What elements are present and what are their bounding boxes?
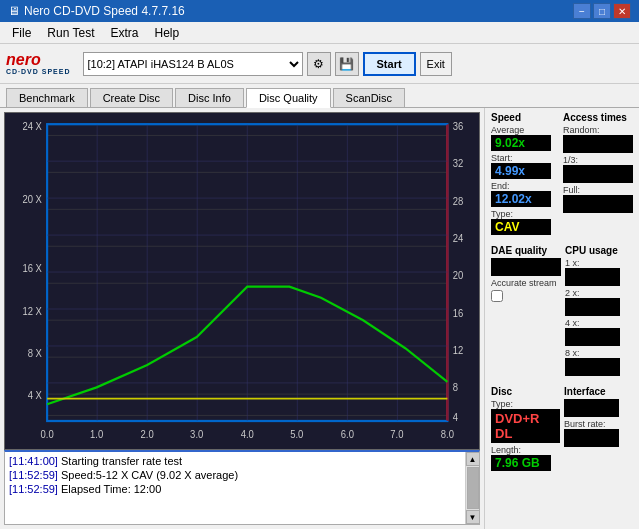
cpu-8x-label: 8 x:	[565, 348, 633, 358]
nero-brand-text: nero	[6, 52, 41, 68]
cpu-1x-box	[565, 268, 620, 286]
start-button[interactable]: Start	[363, 52, 416, 76]
title-bar: 🖥 Nero CD-DVD Speed 4.7.7.16 − □ ✕	[0, 0, 639, 22]
app-title: Nero CD-DVD Speed 4.7.7.16	[24, 4, 185, 18]
exit-button[interactable]: Exit	[420, 52, 452, 76]
cpu-4x-box	[565, 328, 620, 346]
svg-text:4: 4	[453, 412, 459, 423]
svg-text:7.0: 7.0	[390, 429, 404, 440]
disc-type-value: DVD+R DL	[491, 409, 560, 443]
menu-run-test[interactable]: Run Test	[39, 24, 102, 42]
nero-logo: nero CD·DVD SPEED	[6, 52, 71, 75]
random-value-box	[563, 135, 633, 153]
length-label: Length:	[491, 445, 560, 455]
svg-text:12: 12	[453, 345, 464, 356]
svg-text:20 X: 20 X	[22, 193, 42, 204]
cpu-1x-label: 1 x:	[565, 258, 633, 268]
svg-text:3.0: 3.0	[190, 429, 204, 440]
start-speed-label: Start:	[491, 153, 559, 163]
log-wrapper: [11:41:00] Starting transfer rate test […	[4, 450, 480, 525]
scroll-thumb[interactable]	[467, 467, 479, 509]
title-bar-left: 🖥 Nero CD-DVD Speed 4.7.7.16	[8, 4, 185, 18]
cpu-section: CPU usage 1 x: 2 x: 4 x: 8 x:	[565, 245, 633, 378]
log-entry-3: [11:52:59] Elapsed Time: 12:00	[9, 482, 461, 496]
save-icon[interactable]: 💾	[335, 52, 359, 76]
tab-bar: Benchmark Create Disc Disc Info Disc Qua…	[0, 84, 639, 108]
svg-text:32: 32	[453, 157, 464, 168]
svg-text:24: 24	[453, 233, 464, 244]
toolbar: nero CD·DVD SPEED [10:2] ATAPI iHAS124 B…	[0, 44, 639, 84]
dae-label: DAE quality	[491, 245, 561, 256]
chart-wrapper: 24 X 20 X 16 X 12 X 8 X 4 X 36 32 28 24 …	[4, 112, 480, 450]
options-icon[interactable]: ⚙	[307, 52, 331, 76]
tab-disc-quality[interactable]: Disc Quality	[246, 88, 331, 108]
menu-file[interactable]: File	[4, 24, 39, 42]
full-value-box	[563, 195, 633, 213]
tab-create-disc[interactable]: Create Disc	[90, 88, 173, 107]
maximize-button[interactable]: □	[593, 3, 611, 19]
close-button[interactable]: ✕	[613, 3, 631, 19]
disc-type-header: Disc	[491, 386, 560, 397]
cpu-2x-box	[565, 298, 620, 316]
speed-label: Speed	[491, 112, 559, 123]
speed-section: Speed Average 9.02x Start: 4.99x End: 12…	[491, 112, 559, 237]
title-bar-controls[interactable]: − □ ✕	[573, 3, 631, 19]
dae-section: DAE quality Accurate stream	[491, 245, 561, 378]
chart-and-log: 24 X 20 X 16 X 12 X 8 X 4 X 36 32 28 24 …	[0, 108, 484, 529]
access-times-section: Access times Random: 1/3: Full:	[563, 112, 633, 237]
one-third-value-box	[563, 165, 633, 183]
log-time-3: [11:52:59]	[9, 483, 58, 495]
menu-bar: File Run Test Extra Help	[0, 22, 639, 44]
log-scrollbar[interactable]: ▲ ▼	[465, 452, 479, 524]
content-area: 24 X 20 X 16 X 12 X 8 X 4 X 36 32 28 24 …	[0, 108, 639, 529]
cpu-8x-box	[565, 358, 620, 376]
scroll-up-button[interactable]: ▲	[466, 452, 480, 466]
svg-text:16 X: 16 X	[22, 263, 42, 274]
menu-extra[interactable]: Extra	[102, 24, 146, 42]
app-icon: 🖥	[8, 4, 20, 18]
svg-text:8 X: 8 X	[28, 348, 43, 359]
disc-type-label: Type:	[491, 399, 560, 409]
log-time-2: [11:52:59]	[9, 469, 58, 481]
accurate-label: Accurate stream	[491, 278, 561, 288]
chart-svg: 24 X 20 X 16 X 12 X 8 X 4 X 36 32 28 24 …	[5, 113, 479, 449]
svg-text:4 X: 4 X	[28, 389, 43, 400]
svg-text:16: 16	[453, 308, 464, 319]
type-value: CAV	[491, 219, 551, 235]
cpu-2x-label: 2 x:	[565, 288, 633, 298]
svg-text:8.0: 8.0	[441, 429, 455, 440]
drive-selector[interactable]: [10:2] ATAPI iHAS124 B AL0S	[83, 52, 303, 76]
svg-text:36: 36	[453, 121, 464, 132]
log-content: [11:41:00] Starting transfer rate test […	[5, 452, 465, 524]
svg-text:6.0: 6.0	[341, 429, 355, 440]
svg-text:24 X: 24 X	[22, 121, 42, 132]
svg-text:20: 20	[453, 269, 464, 280]
tab-benchmark[interactable]: Benchmark	[6, 88, 88, 107]
end-speed-label: End:	[491, 181, 559, 191]
interface-label: Interface	[564, 386, 633, 397]
average-label: Average	[491, 125, 559, 135]
access-times-label: Access times	[563, 112, 633, 123]
burst-rate-label: Burst rate:	[564, 419, 633, 429]
log-entry-1: [11:41:00] Starting transfer rate test	[9, 454, 461, 468]
svg-text:28: 28	[453, 196, 464, 207]
one-third-label: 1/3:	[563, 155, 633, 165]
disc-section: Disc Type: DVD+R DL Length: 7.96 GB	[491, 386, 560, 473]
svg-text:2.0: 2.0	[141, 429, 155, 440]
log-entry-2: [11:52:59] Speed:5-12 X CAV (9.02 X aver…	[9, 468, 461, 482]
svg-text:5.0: 5.0	[290, 429, 304, 440]
tab-disc-info[interactable]: Disc Info	[175, 88, 244, 107]
average-value: 9.02x	[491, 135, 551, 151]
tab-scandisc[interactable]: ScanDisc	[333, 88, 405, 107]
minimize-button[interactable]: −	[573, 3, 591, 19]
menu-help[interactable]: Help	[147, 24, 188, 42]
accurate-checkbox-row	[491, 290, 561, 302]
svg-text:4.0: 4.0	[241, 429, 255, 440]
interface-section: Interface Burst rate:	[564, 386, 633, 473]
type-label: Type:	[491, 209, 559, 219]
scroll-down-button[interactable]: ▼	[466, 510, 480, 524]
full-label: Full:	[563, 185, 633, 195]
log-time-1: [11:41:00]	[9, 455, 58, 467]
accurate-checkbox[interactable]	[491, 290, 503, 302]
start-speed-value: 4.99x	[491, 163, 551, 179]
